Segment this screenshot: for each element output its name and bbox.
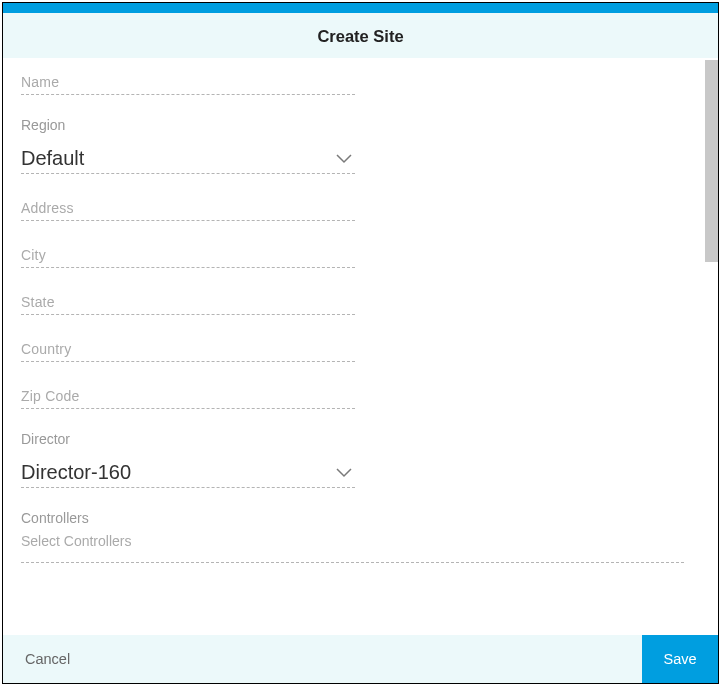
dialog-body: Name Region Default Address	[3, 58, 718, 635]
address-field[interactable]: Address	[21, 196, 355, 221]
chevron-down-icon	[335, 150, 353, 168]
region-value: Default	[21, 147, 84, 170]
dialog-footer: Cancel Save	[3, 635, 718, 683]
region-label: Region	[21, 117, 355, 133]
controllers-placeholder: Select Controllers	[21, 533, 132, 549]
region-select[interactable]: Default	[21, 147, 355, 174]
state-group: State	[21, 290, 355, 315]
city-field[interactable]: City	[21, 243, 355, 268]
chevron-down-icon	[335, 464, 353, 482]
city-group: City	[21, 243, 355, 268]
region-group: Region Default	[21, 117, 355, 174]
name-placeholder: Name	[21, 70, 355, 90]
dialog-header: Create Site	[3, 13, 718, 58]
zipcode-group: Zip Code	[21, 384, 355, 409]
director-select[interactable]: Director-160	[21, 461, 355, 488]
city-placeholder: City	[21, 243, 355, 263]
address-group: Address	[21, 196, 355, 221]
name-field[interactable]: Name	[21, 70, 355, 95]
state-placeholder: State	[21, 290, 355, 310]
save-button[interactable]: Save	[642, 635, 718, 683]
director-label: Director	[21, 431, 355, 447]
controllers-label: Controllers	[21, 510, 684, 526]
cancel-button[interactable]: Cancel	[3, 635, 642, 683]
state-field[interactable]: State	[21, 290, 355, 315]
create-site-dialog: Create Site Name Region Default	[2, 2, 719, 684]
director-value: Director-160	[21, 461, 131, 484]
top-accent-bar	[3, 3, 718, 13]
country-group: Country	[21, 337, 355, 362]
country-placeholder: Country	[21, 337, 355, 357]
form-area: Name Region Default Address	[3, 58, 718, 635]
director-group: Director Director-160	[21, 431, 355, 488]
controllers-select[interactable]: Select Controllers	[21, 532, 684, 563]
controllers-group: Controllers Select Controllers	[21, 510, 700, 563]
country-field[interactable]: Country	[21, 337, 355, 362]
dialog-title: Create Site	[317, 27, 403, 45]
zipcode-placeholder: Zip Code	[21, 384, 355, 404]
name-group: Name	[21, 70, 355, 95]
scrollbar-thumb[interactable]	[705, 60, 718, 262]
address-placeholder: Address	[21, 196, 355, 216]
zipcode-field[interactable]: Zip Code	[21, 384, 355, 409]
